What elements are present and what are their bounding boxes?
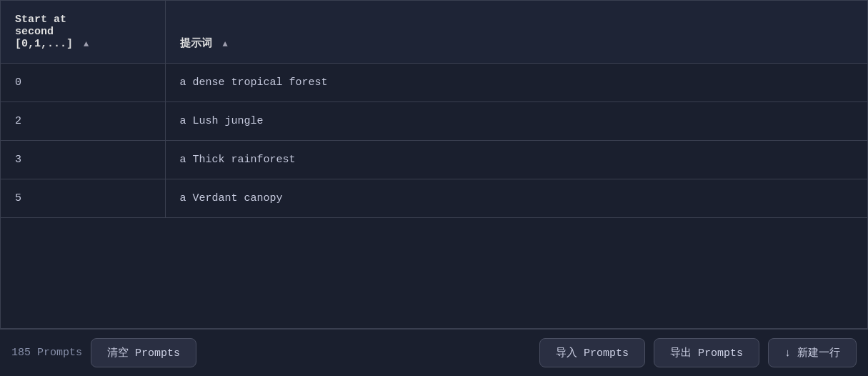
prompts-table-container: Start at second [0,1,...] ▲ 提示词 ▲ 0a den… <box>0 0 868 329</box>
cell-second: 0 <box>1 64 165 102</box>
prompts-table: Start at second [0,1,...] ▲ 提示词 ▲ 0a den… <box>1 1 867 218</box>
table-row[interactable]: 5a Verdant canopy <box>1 179 867 218</box>
table-row[interactable]: 0a dense tropical forest <box>1 64 867 102</box>
table-row[interactable]: 2a Lush jungle <box>1 102 867 141</box>
table-body: 0a dense tropical forest2a Lush jungle3a… <box>1 64 867 218</box>
footer-left: 185 Prompts 清空 Prompts <box>11 338 196 367</box>
table-header-row: Start at second [0,1,...] ▲ 提示词 ▲ <box>1 1 867 64</box>
sort-arrow-prompt[interactable]: ▲ <box>223 39 228 49</box>
cell-second: 2 <box>1 102 165 141</box>
cell-prompt: a dense tropical forest <box>165 64 867 102</box>
new-row-button[interactable]: ↓ 新建一行 <box>768 338 857 367</box>
cell-prompt: a Thick rainforest <box>165 141 867 179</box>
col-header-prompt[interactable]: 提示词 ▲ <box>165 1 867 64</box>
footer: 185 Prompts 清空 Prompts 导入 Prompts 导出 Pro… <box>0 329 868 376</box>
col-header-second-label: Start at second [0,1,...] <box>15 14 73 50</box>
export-prompts-button[interactable]: 导出 Prompts <box>654 338 759 367</box>
table-row[interactable]: 3a Thick rainforest <box>1 141 867 179</box>
sort-arrow-second[interactable]: ▲ <box>84 39 89 49</box>
cell-second: 5 <box>1 179 165 218</box>
cell-prompt: a Lush jungle <box>165 102 867 141</box>
cell-prompt: a Verdant canopy <box>165 179 867 218</box>
clear-prompts-button[interactable]: 清空 Prompts <box>91 338 196 367</box>
footer-right: 导入 Prompts 导出 Prompts ↓ 新建一行 <box>539 338 857 367</box>
cell-second: 3 <box>1 141 165 179</box>
prompts-count: 185 Prompts <box>11 347 82 359</box>
col-header-prompt-label: 提示词 <box>180 38 212 50</box>
import-prompts-button[interactable]: 导入 Prompts <box>539 338 645 367</box>
col-header-second[interactable]: Start at second [0,1,...] ▲ <box>1 1 165 64</box>
